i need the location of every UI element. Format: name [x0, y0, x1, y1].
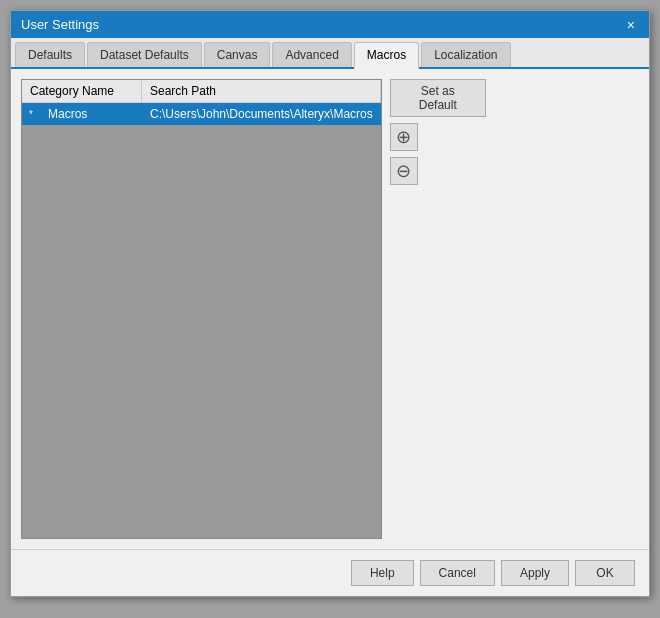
column-header-path: Search Path — [142, 80, 381, 102]
macros-table: Category Name Search Path * Macros C:\Us… — [21, 79, 382, 539]
add-icon: ⊕ — [396, 126, 411, 148]
table-header: Category Name Search Path — [22, 80, 381, 103]
tab-localization[interactable]: Localization — [421, 42, 510, 67]
user-settings-dialog: User Settings × Defaults Dataset Default… — [10, 10, 650, 597]
table-row[interactable]: * Macros C:\Users\John\Documents\Alteryx… — [22, 103, 381, 125]
tab-advanced[interactable]: Advanced — [272, 42, 351, 67]
column-header-category: Category Name — [22, 80, 142, 102]
apply-button[interactable]: Apply — [501, 560, 569, 586]
dialog-title: User Settings — [21, 17, 99, 32]
ok-button[interactable]: OK — [575, 560, 635, 586]
row-marker: * — [22, 103, 40, 125]
add-row-button[interactable]: ⊕ — [390, 123, 418, 151]
table-body: * Macros C:\Users\John\Documents\Alteryx… — [22, 103, 381, 125]
row-path-cell: C:\Users\John\Documents\Alteryx\Macros — [142, 103, 381, 125]
tab-canvas[interactable]: Canvas — [204, 42, 271, 67]
tab-defaults[interactable]: Defaults — [15, 42, 85, 67]
close-button[interactable]: × — [623, 18, 639, 32]
side-buttons: Set as Default ⊕ ⊖ — [390, 79, 490, 539]
tab-dataset-defaults[interactable]: Dataset Defaults — [87, 42, 202, 67]
content-area: Category Name Search Path * Macros C:\Us… — [11, 69, 649, 549]
help-button[interactable]: Help — [351, 560, 414, 586]
title-bar: User Settings × — [11, 11, 649, 38]
set-as-default-button[interactable]: Set as Default — [390, 79, 486, 117]
row-category-cell: Macros — [40, 103, 142, 125]
tab-macros[interactable]: Macros — [354, 42, 419, 69]
remove-row-button[interactable]: ⊖ — [390, 157, 418, 185]
footer: Help Cancel Apply OK — [11, 549, 649, 596]
cancel-button[interactable]: Cancel — [420, 560, 495, 586]
tab-bar: Defaults Dataset Defaults Canvas Advance… — [11, 38, 649, 69]
table-area: Category Name Search Path * Macros C:\Us… — [21, 79, 382, 539]
remove-icon: ⊖ — [396, 160, 411, 182]
